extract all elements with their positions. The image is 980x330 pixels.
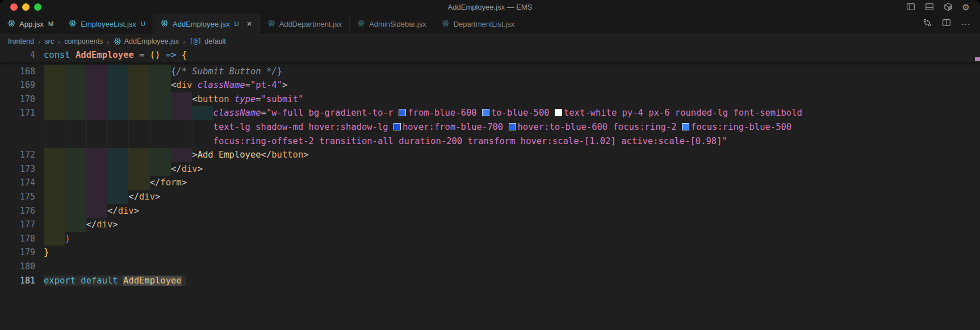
breadcrumb-item-components[interactable]: components [64, 37, 103, 45]
token-jsx: Add Employee [198, 150, 261, 160]
breadcrumb-item-addemployee-jsx[interactable]: AddEmployee.jsx [114, 37, 179, 45]
line-number[interactable] [0, 120, 35, 134]
code-line[interactable]: 174</form> [0, 176, 980, 190]
code-text: </div> [171, 164, 203, 174]
token-punc: </ [128, 192, 139, 202]
indent-stripe [86, 148, 107, 162]
code-text: >Add Employee</button> [192, 150, 308, 160]
line-number[interactable]: 171 [0, 106, 35, 120]
code-line[interactable]: 180 [0, 260, 980, 274]
line-number[interactable]: 170 [0, 92, 35, 107]
token-punc: </ [86, 219, 97, 230]
code-line[interactable]: 175</div> [0, 190, 980, 204]
line-number[interactable]: 4 [0, 48, 35, 62]
open-changes-button[interactable] [923, 18, 932, 29]
indent-stripe [44, 78, 65, 92]
settings-button[interactable]: ⚙ [962, 3, 970, 11]
tab-employeelist-jsx[interactable]: EmployeeList.jsxU [61, 14, 153, 34]
code-line[interactable]: 4const AddEmployee = () => { [0, 48, 980, 62]
code-text: export default AddEmployee [44, 276, 186, 286]
line-content [44, 260, 980, 274]
line-number[interactable]: 178 [0, 232, 35, 246]
line-number[interactable]: 168 [0, 65, 35, 79]
indent-stripe [86, 176, 107, 190]
split-editor-icon [942, 18, 951, 27]
tab-addemployee-jsx[interactable]: AddEmployee.jsxU× [153, 14, 260, 34]
token-kw: const [44, 50, 70, 60]
line-number[interactable]: 181 [0, 274, 35, 288]
code-line[interactable]: 169<div className="pt-4"> [0, 78, 980, 92]
line-number[interactable]: 176 [0, 204, 35, 218]
close-tab-icon[interactable]: × [247, 20, 252, 28]
color-swatch-icon [399, 109, 406, 116]
tab-departmentlist-jsx[interactable]: DepartmentList.jsx [434, 14, 523, 34]
token-str: from-blue-600 [408, 108, 482, 118]
indent-stripe [128, 106, 149, 120]
indent-stripe [107, 162, 128, 176]
token-tag: div [176, 80, 192, 90]
line-number[interactable]: 174 [0, 176, 35, 190]
indent-guide [65, 134, 86, 149]
line-content: </div> [44, 218, 980, 232]
line-number[interactable]: 177 [0, 218, 35, 232]
code-line[interactable]: 172>Add Employee</button> [0, 148, 980, 162]
indent-guide [171, 120, 192, 134]
code-line[interactable]: 173</div> [0, 162, 980, 176]
breadcrumb-label: AddEmployee.jsx [124, 37, 179, 45]
toggle-sidebar-button[interactable] [906, 2, 915, 11]
breadcrumb-item-frontend[interactable]: frontend [8, 37, 34, 45]
indent-stripe [171, 92, 192, 107]
code-line[interactable]: 176</div> [0, 204, 980, 218]
token-brk3: } [277, 66, 282, 77]
zoom-button[interactable] [34, 3, 41, 11]
scrollbar[interactable] [974, 48, 980, 317]
code-line[interactable]: 181export default AddEmployee [0, 274, 980, 288]
close-button[interactable] [10, 3, 18, 11]
token-tag: div [118, 206, 134, 216]
line-number[interactable]: 179 [0, 246, 35, 260]
tab-app-jsx[interactable]: App.jsxM [0, 14, 61, 34]
token-punc: > [182, 177, 187, 188]
line-content: >Add Employee</button> [44, 148, 980, 162]
code-line[interactable]: 170<button type="submit" [0, 92, 980, 107]
tab-adddepartment-jsx[interactable]: AddDepartment.jsx [260, 14, 350, 34]
breadcrumb-item-src[interactable]: src [44, 37, 54, 45]
more-actions-button[interactable]: ⋯ [961, 19, 971, 29]
split-editor-button[interactable] [942, 18, 951, 29]
token-punc: > [112, 219, 118, 230]
sticky-scroll[interactable]: 4const AddEmployee = () => { [0, 48, 980, 62]
indent-stripe [128, 162, 149, 176]
code-line[interactable]: 171className="w-full bg-gradient-to-r fr… [0, 106, 980, 120]
token-str: focus:ring-blue-500 [691, 122, 791, 132]
indent-stripe [128, 78, 149, 92]
line-number[interactable]: 180 [0, 260, 35, 274]
line-number[interactable]: 172 [0, 148, 35, 162]
react-icon [357, 19, 365, 27]
editor[interactable]: 4const AddEmployee = () => { 168{/* Subm… [0, 48, 980, 317]
indent-stripe [44, 92, 65, 107]
token-plain [134, 50, 139, 60]
code-line[interactable]: 178) [0, 232, 980, 246]
toggle-panel-button[interactable] [925, 2, 934, 11]
token-tag: div [97, 219, 112, 230]
token-str: text-white py-4 px-6 rounded-lg font-sem… [564, 108, 802, 118]
code-line[interactable]: 168{/* Submit Button */} [0, 65, 980, 79]
code-line[interactable]: 177</div> [0, 218, 980, 232]
code-line-wrap[interactable]: text-lg shadow-md hover:shadow-lg hover:… [0, 120, 980, 134]
indent-stripe [107, 106, 128, 120]
line-number[interactable]: 173 [0, 162, 35, 176]
code-line[interactable]: 179} [0, 246, 980, 260]
vscode-window: AddEmployee.jsx — EMS ⚙ App.jsxM [0, 0, 980, 330]
minimize-button[interactable] [22, 3, 30, 11]
line-number[interactable] [0, 134, 35, 149]
tab-adminsidebar-jsx[interactable]: AdminSidebar.jsx [350, 14, 434, 34]
extension-button[interactable] [944, 2, 953, 11]
indent-stripe [44, 190, 65, 204]
breadcrumb-item-default[interactable]: [@]default [190, 37, 226, 45]
line-number[interactable]: 175 [0, 190, 35, 204]
line-number[interactable]: 169 [0, 78, 35, 92]
indent-stripe [86, 92, 107, 107]
token-punc: > [282, 80, 287, 90]
code-line-wrap[interactable]: focus:ring-offset-2 transition-all durat… [0, 134, 980, 149]
scroll-marker [975, 57, 980, 61]
